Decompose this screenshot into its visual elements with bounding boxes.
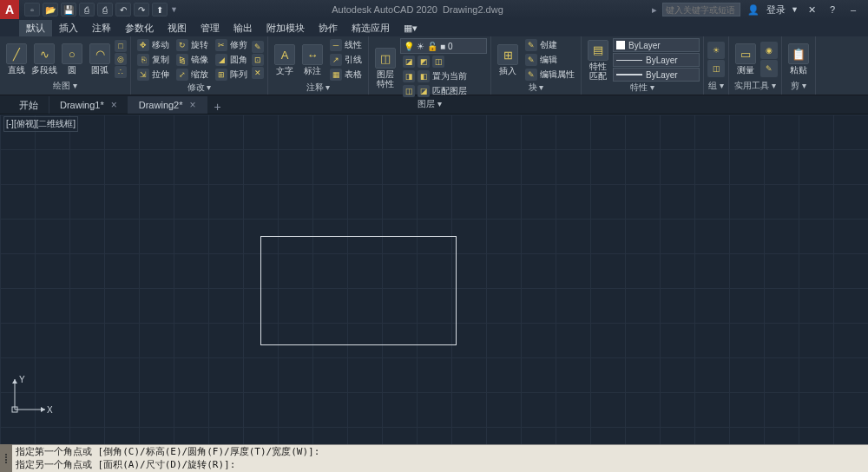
- panel-title[interactable]: 组 ▾: [707, 80, 725, 93]
- share-icon[interactable]: ⬆: [152, 3, 168, 16]
- ribbon-small-button[interactable]: ▦表格: [327, 68, 365, 82]
- ribbon-tab-5[interactable]: 管理: [194, 20, 227, 36]
- user-icon[interactable]: 👤: [746, 3, 761, 16]
- exchange-icon[interactable]: ✕: [804, 3, 819, 16]
- open-icon[interactable]: 📂: [43, 3, 58, 16]
- help-icon[interactable]: ?: [825, 3, 840, 16]
- ribbon-tab-0[interactable]: 默认: [19, 20, 52, 36]
- side-icon[interactable]: □: [115, 40, 127, 52]
- ribbon-button[interactable]: ▭测量: [733, 43, 759, 75]
- panel-title[interactable]: 块 ▾: [495, 82, 577, 95]
- side-icon[interactable]: ✎: [252, 41, 264, 53]
- undo-icon[interactable]: ↶: [115, 3, 131, 16]
- panel-title[interactable]: 修改 ▾: [135, 82, 264, 95]
- ribbon-button[interactable]: ◠圆弧: [87, 43, 113, 75]
- save-as-icon[interactable]: ⎙: [79, 3, 95, 16]
- ribbon-small-button[interactable]: ⊞阵列: [213, 68, 250, 82]
- ribbon-tab-1[interactable]: 插入: [52, 20, 85, 36]
- minimize-icon[interactable]: –: [845, 3, 861, 16]
- layer-tool-icon[interactable]: ◫: [432, 56, 444, 68]
- ribbon-tab-9[interactable]: 精选应用: [345, 20, 397, 36]
- close-icon[interactable]: ×: [190, 99, 196, 111]
- panel-title[interactable]: 注释 ▾: [272, 82, 365, 95]
- ribbon-tab-2[interactable]: 注释: [85, 20, 118, 36]
- close-icon[interactable]: ×: [111, 99, 117, 111]
- panel-title[interactable]: 图层 ▾: [372, 98, 487, 111]
- ribbon-button[interactable]: ⊞插入: [495, 44, 521, 75]
- side-icon[interactable]: ✕: [252, 67, 264, 79]
- ribbon-button[interactable]: ╱直线: [3, 43, 30, 75]
- panel-icon[interactable]: ✎: [760, 60, 778, 77]
- panel-title[interactable]: 特性 ▾: [585, 82, 700, 95]
- doc-tab[interactable]: Drawing1*×: [49, 96, 128, 114]
- ribbon-tab-7[interactable]: 附加模块: [260, 20, 312, 36]
- ribbon-tab-3[interactable]: 参数化: [118, 20, 161, 36]
- ribbon-small-button[interactable]: ↗引线: [327, 53, 365, 67]
- ribbon-small-button[interactable]: ✎编辑: [523, 53, 577, 67]
- svg-marker-3: [41, 407, 45, 412]
- ribbon-tab-4[interactable]: 视图: [161, 20, 194, 36]
- command-grip-icon[interactable]: [0, 444, 12, 472]
- redo-icon[interactable]: ↷: [134, 3, 149, 16]
- side-icon[interactable]: ∴: [115, 66, 127, 78]
- ribbon-button[interactable]: ↔标注: [299, 44, 326, 75]
- leader-icon: ◫: [375, 48, 396, 69]
- property-dropdown[interactable]: ByLayer: [613, 38, 700, 52]
- ribbon-small-button[interactable]: ⎘复制: [135, 53, 172, 67]
- qat-dropdown-icon[interactable]: ▼: [170, 5, 178, 14]
- ribbon-small-button[interactable]: ⧎镜像: [174, 53, 211, 67]
- ribbon-small-button[interactable]: ✥移动: [135, 38, 172, 52]
- layer-dropdown[interactable]: 💡☀🔓■ 0: [400, 38, 487, 54]
- doc-tab[interactable]: Drawing2*×: [128, 96, 207, 114]
- viewport-label[interactable]: [-][俯视][二维线框]: [3, 116, 78, 132]
- panel-title[interactable]: 剪 ▾: [786, 80, 812, 93]
- ribbon-small-button[interactable]: ─线性: [327, 38, 365, 52]
- property-dropdown[interactable]: ByLayer: [613, 68, 700, 82]
- ribbon-small-button[interactable]: ⇲拉伸: [135, 68, 172, 82]
- doc-tab-label: 开始: [19, 99, 38, 112]
- ribbon-small-button[interactable]: ◢圆角: [213, 53, 250, 67]
- panel-leader-button[interactable]: ◫图层 特性: [372, 48, 398, 88]
- layer-tool-icon[interactable]: ◪: [403, 56, 415, 68]
- plot-icon[interactable]: ⎙: [97, 3, 113, 16]
- ribbon-button[interactable]: ∿多段线: [31, 43, 57, 75]
- apps-icon[interactable]: ▦▾: [397, 21, 424, 36]
- ribbon-button[interactable]: ○圆: [59, 43, 85, 75]
- login-label[interactable]: 登录: [766, 3, 786, 16]
- panel-leader-button[interactable]: ▤特性 匹配: [585, 40, 611, 81]
- app-logo-icon[interactable]: A: [0, 0, 19, 19]
- rectangle-object[interactable]: [260, 236, 457, 345]
- save-icon[interactable]: 💾: [61, 3, 76, 16]
- ribbon-small-button[interactable]: ✎编辑属性: [523, 68, 577, 82]
- search-input[interactable]: [662, 3, 740, 16]
- ribbon-small-button[interactable]: ↻旋转: [174, 38, 211, 52]
- new-tab-icon[interactable]: +: [207, 100, 228, 114]
- panel-icon[interactable]: ◫: [707, 60, 725, 77]
- small-icon: ✥: [137, 39, 149, 51]
- ribbon-small-button[interactable]: ✎创建: [523, 38, 577, 52]
- new-icon[interactable]: ▫: [24, 3, 40, 16]
- ribbon-small-button[interactable]: ⤢缩放: [174, 68, 211, 82]
- layer-tool-icon[interactable]: ◨: [403, 70, 415, 82]
- drawing-canvas[interactable]: [-][俯视][二维线框] Y X: [0, 115, 868, 444]
- ribbon-button[interactable]: 📋粘贴: [786, 43, 812, 75]
- ribbon-button[interactable]: A文字: [272, 44, 298, 75]
- ribbon-panel-3: ◫图层 特性💡☀🔓■ 0◪◩◫◨◧置为当前◫◪匹配图层图层 ▾: [369, 36, 491, 95]
- layer-tool-icon[interactable]: ◫: [403, 85, 415, 97]
- panel-title[interactable]: 绘图 ▾: [3, 80, 127, 93]
- ribbon-tab-8[interactable]: 协作: [312, 20, 345, 36]
- side-icon[interactable]: ◎: [115, 53, 127, 65]
- doc-tab[interactable]: 开始: [9, 96, 49, 114]
- panel-title[interactable]: 实用工具 ▾: [733, 80, 778, 93]
- panel-icon[interactable]: ☀: [707, 42, 725, 59]
- ribbon-label: 直线: [8, 65, 25, 75]
- ribbon-tab-6[interactable]: 输出: [227, 20, 260, 36]
- side-icon[interactable]: ⊡: [252, 54, 264, 66]
- property-dropdown[interactable]: ByLayer: [613, 53, 700, 67]
- layer-tool-icon[interactable]: ◩: [418, 56, 430, 68]
- ribbon-small-button[interactable]: ✂修剪: [213, 38, 250, 52]
- layer-tool-icon[interactable]: ◪: [418, 85, 430, 97]
- small-label: 复制: [152, 54, 169, 66]
- panel-icon[interactable]: ◉: [760, 42, 778, 59]
- layer-tool-icon[interactable]: ◧: [418, 70, 430, 82]
